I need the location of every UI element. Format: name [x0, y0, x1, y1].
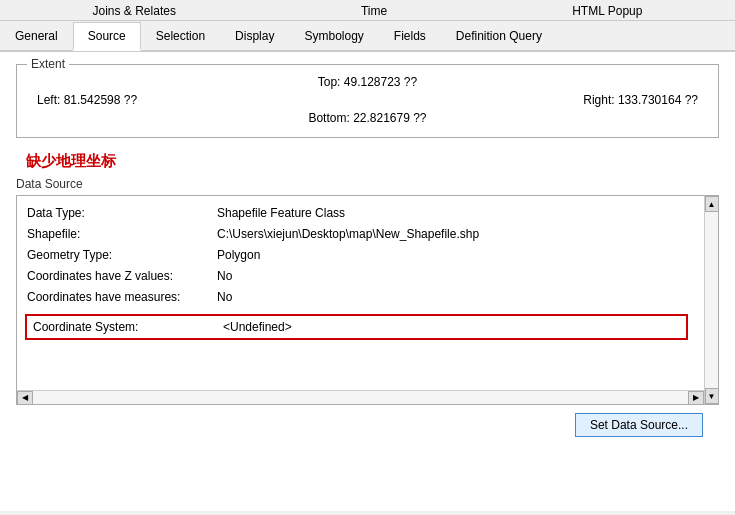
ds-row-geometry: Geometry Type: Polygon [27, 246, 708, 264]
scroll-left-arrow[interactable]: ◀ [17, 391, 33, 405]
ds-val-geometry: Polygon [217, 246, 260, 264]
ds-key-zvalues: Coordinates have Z values: [27, 267, 217, 285]
coord-system-value: <Undefined> [223, 320, 292, 334]
ds-val-shapefile: C:\Users\xiejun\Desktop\map\New_Shapefil… [217, 225, 479, 243]
bottom-bar: Set Data Source... [16, 405, 719, 445]
extent-top-label: Top: [318, 75, 341, 89]
ds-key-datatype: Data Type: [27, 204, 217, 222]
extent-grid: Top: 49.128723 ?? Left: 81.542598 ?? Rig… [37, 75, 698, 125]
tab-selection[interactable]: Selection [141, 22, 220, 51]
tab-general[interactable]: General [0, 22, 73, 51]
coord-system-row: Coordinate System: <Undefined> [25, 314, 688, 340]
extent-bottom-value: 22.821679 ?? [353, 111, 426, 125]
extent-bottom: Bottom: 22.821679 ?? [257, 111, 477, 125]
tab-bar: General Source Selection Display Symbolo… [0, 21, 735, 52]
data-source-box[interactable]: Data Type: Shapefile Feature Class Shape… [16, 195, 719, 405]
extent-right: Right: 133.730164 ?? [478, 93, 698, 107]
ds-row-datatype: Data Type: Shapefile Feature Class [27, 204, 708, 222]
ds-val-datatype: Shapefile Feature Class [217, 204, 345, 222]
extent-top: Top: 49.128723 ?? [257, 75, 477, 89]
coord-system-key: Coordinate System: [33, 320, 223, 334]
data-source-section: Data Source Data Type: Shapefile Feature… [16, 177, 719, 405]
top-nav-joins-relates[interactable]: Joins & Relates [83, 2, 186, 20]
set-data-source-button[interactable]: Set Data Source... [575, 413, 703, 437]
ds-key-shapefile: Shapefile: [27, 225, 217, 243]
warning-text: 缺少地理坐标 [26, 152, 116, 171]
ds-key-measures: Coordinates have measures: [27, 288, 217, 306]
vertical-scrollbar[interactable]: ▲ ▼ [704, 196, 718, 404]
scroll-track-h[interactable] [33, 391, 688, 404]
extent-top-value: 49.128723 ?? [344, 75, 417, 89]
top-nav: Joins & Relates Time HTML Popup [0, 0, 735, 21]
content-area: Extent Top: 49.128723 ?? Left: 81.542598… [0, 52, 735, 511]
scroll-track-v[interactable] [705, 212, 718, 388]
tab-display[interactable]: Display [220, 22, 289, 51]
tab-definition-query[interactable]: Definition Query [441, 22, 557, 51]
ds-row-shapefile: Shapefile: C:\Users\xiejun\Desktop\map\N… [27, 225, 708, 243]
ds-val-measures: No [217, 288, 232, 306]
ds-key-geometry: Geometry Type: [27, 246, 217, 264]
extent-title: Extent [27, 57, 69, 71]
extent-bottom-label: Bottom: [308, 111, 349, 125]
horizontal-scrollbar[interactable]: ◀ ▶ [17, 390, 704, 404]
tab-source[interactable]: Source [73, 22, 141, 51]
ds-row-measures: Coordinates have measures: No [27, 288, 708, 306]
extent-left: Left: 81.542598 ?? [37, 93, 257, 107]
scroll-down-arrow[interactable]: ▼ [705, 388, 719, 404]
data-source-inner: Data Type: Shapefile Feature Class Shape… [17, 196, 718, 348]
warning-row: 缺少地理坐标 [16, 152, 719, 171]
top-nav-time[interactable]: Time [351, 2, 397, 20]
top-nav-html-popup[interactable]: HTML Popup [562, 2, 652, 20]
ds-row-zvalues: Coordinates have Z values: No [27, 267, 708, 285]
ds-val-zvalues: No [217, 267, 232, 285]
scroll-up-arrow[interactable]: ▲ [705, 196, 719, 212]
extent-box: Extent Top: 49.128723 ?? Left: 81.542598… [16, 64, 719, 138]
scroll-right-arrow[interactable]: ▶ [688, 391, 704, 405]
data-source-title: Data Source [16, 177, 719, 191]
tab-fields[interactable]: Fields [379, 22, 441, 51]
tab-symbology[interactable]: Symbology [289, 22, 378, 51]
